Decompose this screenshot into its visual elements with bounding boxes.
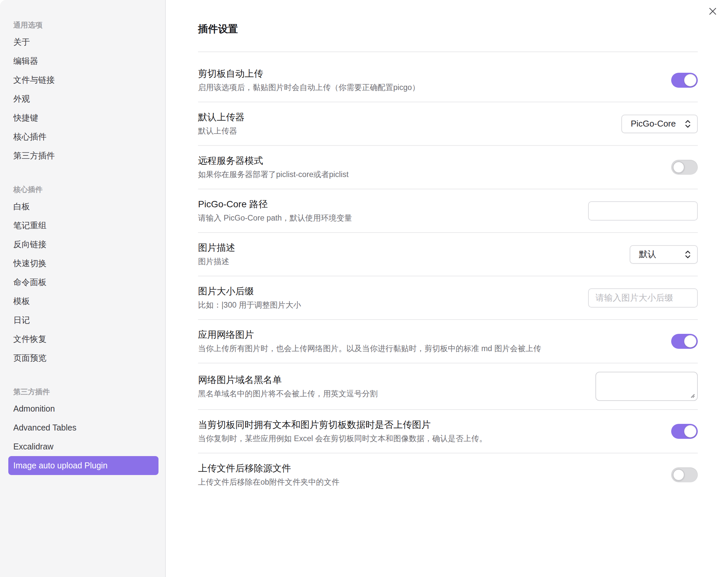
sidebar-item-label: 编辑器 <box>13 55 38 67</box>
toggle-knob <box>673 469 685 481</box>
toggle-switch[interactable] <box>671 160 698 175</box>
sidebar-section-header: 通用选项 <box>13 18 165 32</box>
setting-row: 应用网络图片 当你上传所有图片时，也会上传网络图片。以及当你进行黏贴时，剪切板中… <box>198 320 698 363</box>
sidebar-section: 通用选项 关于 编辑器 文件与链接 外观 快捷键 核心插件 第三方插件 <box>13 18 165 165</box>
sidebar-item-label: 外观 <box>13 93 30 104</box>
dropdown-select[interactable]: 默认 <box>630 245 698 264</box>
dropdown-select[interactable]: PicGo-Core <box>621 114 698 133</box>
sidebar-item-label: 第三方插件 <box>13 150 55 161</box>
textarea-input[interactable] <box>595 372 698 401</box>
setting-info: 图片描述 图片描述 <box>198 241 616 267</box>
settings-main-panel: 插件设置 剪切板自动上传 启用该选项后，黏贴图片时会自动上传（你需要正确配置pi… <box>166 0 728 577</box>
setting-description: 如果你在服务器部署了piclist-core或者piclist <box>198 168 658 180</box>
sidebar-item[interactable]: 模板 <box>13 292 158 311</box>
close-icon <box>708 6 718 16</box>
dropdown-selected-value: 默认 <box>639 248 656 260</box>
setting-name: 上传文件后移除源文件 <box>198 462 658 475</box>
dropdown-selected-value: PicGo-Core <box>631 119 676 129</box>
setting-row: 上传文件后移除源文件 上传文件后移除在ob附件文件夹中的文件 <box>198 453 698 496</box>
settings-sidebar: 通用选项 关于 编辑器 文件与链接 外观 快捷键 核心插件 第三方插件 核心插件… <box>0 0 166 577</box>
sidebar-item[interactable]: Excalidraw <box>13 437 158 456</box>
toggle-switch[interactable] <box>671 467 698 482</box>
sidebar-item[interactable]: 核心插件 <box>13 127 158 146</box>
sidebar-item[interactable]: 文件与链接 <box>13 71 158 89</box>
sidebar-item-label: 日记 <box>13 315 30 325</box>
sidebar-item[interactable]: 白板 <box>13 197 158 216</box>
sidebar-item[interactable]: Admonition <box>13 399 158 418</box>
setting-info: 网络图片域名黑名单 黑名单域名中的图片将不会被上传，用英文逗号分割 <box>198 373 582 400</box>
setting-info: 剪切板自动上传 启用该选项后，黏贴图片时会自动上传（你需要正确配置picgo） <box>198 67 658 93</box>
toggle-knob <box>684 335 697 347</box>
setting-info: 默认上传器 默认上传器 <box>198 111 608 137</box>
sidebar-item-label: 笔记重组 <box>13 220 47 231</box>
sidebar-item[interactable]: 外观 <box>13 89 158 108</box>
setting-info: 当剪切板同时拥有文本和图片剪切板数据时是否上传图片 当你复制时，某些应用例如 E… <box>198 418 658 444</box>
setting-info: 图片大小后缀 比如：|300 用于调整图片大小 <box>198 285 575 311</box>
setting-row: 图片描述 图片描述 默认 <box>198 233 698 277</box>
chevron-up-down-icon <box>684 119 691 129</box>
setting-row: 远程服务器模式 如果你在服务器部署了piclist-core或者piclist <box>198 146 698 189</box>
sidebar-item[interactable]: 第三方插件 <box>13 146 158 165</box>
sidebar-item[interactable]: 反向链接 <box>13 235 158 254</box>
setting-info: PicGo-Core 路径 请输入 PicGo-Core path，默认使用环境… <box>198 198 575 224</box>
setting-description: 请输入 PicGo-Core path，默认使用环境变量 <box>198 212 575 224</box>
toggle-switch[interactable] <box>671 334 698 349</box>
close-button[interactable] <box>706 5 719 18</box>
sidebar-item-label: 反向链接 <box>13 239 47 250</box>
sidebar-item-label: 文件恢复 <box>13 334 47 344</box>
setting-row: PicGo-Core 路径 请输入 PicGo-Core path，默认使用环境… <box>198 189 698 233</box>
settings-list: 剪切板自动上传 启用该选项后，黏贴图片时会自动上传（你需要正确配置picgo） … <box>198 59 698 496</box>
resize-handle-icon[interactable] <box>690 393 695 398</box>
sidebar-item-label: Image auto upload Plugin <box>13 461 108 470</box>
sidebar-item-label: 文件与链接 <box>13 74 55 85</box>
sidebar-item-label: 核心插件 <box>13 131 47 142</box>
sidebar-item[interactable]: 日记 <box>13 311 158 330</box>
sidebar-item[interactable]: 关于 <box>13 32 158 52</box>
sidebar-item-label: Admonition <box>13 404 55 414</box>
toggle-knob <box>684 425 697 438</box>
toggle-knob <box>684 74 697 86</box>
sidebar-item-label: 模板 <box>13 296 30 307</box>
text-input[interactable] <box>588 201 698 220</box>
sidebar-item-label: 白板 <box>13 201 30 212</box>
text-input[interactable] <box>588 288 698 308</box>
sidebar-item[interactable]: 快速切换 <box>13 254 158 273</box>
sidebar-section-header: 第三方插件 <box>13 385 165 399</box>
setting-name: 当剪切板同时拥有文本和图片剪切板数据时是否上传图片 <box>198 418 658 431</box>
setting-info: 远程服务器模式 如果你在服务器部署了piclist-core或者piclist <box>198 154 658 180</box>
setting-name: 图片大小后缀 <box>198 285 575 298</box>
sidebar-section: 核心插件 白板 笔记重组 反向链接 快速切换 命令面板 模板 日记 文件恢复 页… <box>13 182 165 367</box>
setting-row: 当剪切板同时拥有文本和图片剪切板数据时是否上传图片 当你复制时，某些应用例如 E… <box>198 410 698 453</box>
setting-description: 比如：|300 用于调整图片大小 <box>198 299 575 311</box>
sidebar-item[interactable]: 页面预览 <box>13 348 158 367</box>
sidebar-item-label: 快捷键 <box>13 112 38 123</box>
sidebar-item-label: 命令面板 <box>13 277 47 288</box>
setting-row: 剪切板自动上传 启用该选项后，黏贴图片时会自动上传（你需要正确配置picgo） <box>198 59 698 102</box>
sidebar-item-label: Advanced Tables <box>13 423 76 432</box>
setting-name: 远程服务器模式 <box>198 154 658 167</box>
page-title: 插件设置 <box>198 22 698 52</box>
setting-name: 默认上传器 <box>198 111 608 124</box>
sidebar-item[interactable]: 笔记重组 <box>13 216 158 235</box>
sidebar-section: 第三方插件 Admonition Advanced Tables Excalid… <box>13 385 165 475</box>
sidebar-section-header: 核心插件 <box>13 182 165 197</box>
sidebar-item[interactable]: 快捷键 <box>13 108 158 127</box>
setting-description: 上传文件后移除在ob附件文件夹中的文件 <box>198 476 658 488</box>
sidebar-item[interactable]: 命令面板 <box>13 273 158 292</box>
toggle-switch[interactable] <box>671 73 698 88</box>
sidebar-item[interactable]: 文件恢复 <box>13 330 158 348</box>
setting-description: 启用该选项后，黏贴图片时会自动上传（你需要正确配置picgo） <box>198 81 658 93</box>
setting-name: PicGo-Core 路径 <box>198 198 575 211</box>
setting-description: 图片描述 <box>198 256 616 267</box>
setting-description: 当你上传所有图片时，也会上传网络图片。以及当你进行黏贴时，剪切板中的标准 md … <box>198 342 658 355</box>
sidebar-item[interactable]: Advanced Tables <box>13 418 158 437</box>
setting-row: 默认上传器 默认上传器 PicGo-Core <box>198 102 698 146</box>
setting-name: 应用网络图片 <box>198 328 658 341</box>
sidebar-item[interactable]: Image auto upload Plugin <box>8 456 158 475</box>
sidebar-item-label: 页面预览 <box>13 352 47 363</box>
sidebar-item[interactable]: 编辑器 <box>13 52 158 71</box>
setting-info: 上传文件后移除源文件 上传文件后移除在ob附件文件夹中的文件 <box>198 462 658 488</box>
setting-description: 当你复制时，某些应用例如 Excel 会在剪切板同时文本和图像数据，确认是否上传… <box>198 432 658 444</box>
setting-row: 网络图片域名黑名单 黑名单域名中的图片将不会被上传，用英文逗号分割 <box>198 363 698 410</box>
toggle-switch[interactable] <box>671 424 698 439</box>
